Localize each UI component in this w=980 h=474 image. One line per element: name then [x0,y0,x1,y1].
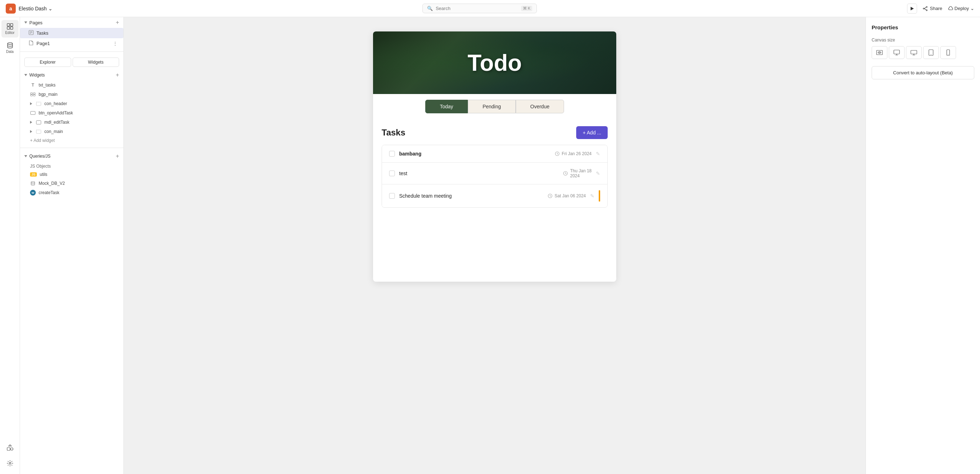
task-item-test: test Thu Jan 182024 ✎ [382,163,607,184]
play-button[interactable] [907,3,917,14]
add-task-button[interactable]: + Add ... [576,126,608,139]
app-title-text: Elestio Dash [19,6,47,11]
queries-add-button[interactable]: + [116,153,119,159]
widget-label-btn-open-add-task: btn_openAddTask [39,111,73,116]
canvas-size-desktop[interactable] [889,46,905,59]
widget-txt-tasks[interactable]: T txt_tasks [20,81,123,90]
widget-mdl-edit-task[interactable]: mdl_editTask [20,117,123,127]
share-button[interactable]: Share [923,6,942,11]
task-checkbox-schedule[interactable] [389,193,395,199]
task-edit-test[interactable]: ✎ [596,171,600,176]
icon-bar-editor[interactable]: Editor [2,20,19,38]
page-item-tasks[interactable]: Tasks [20,28,123,38]
icon-bar-settings[interactable] [2,457,19,470]
deploy-button[interactable]: Deploy ⌄ [948,6,974,11]
add-widget-label: + Add widget [30,138,55,143]
widgets-group-header[interactable]: Widgets + [20,70,123,81]
task-edit-schedule[interactable]: ✎ [590,193,595,199]
deploy-label: Deploy [955,6,969,11]
queries-group-title: Queries/JS [24,154,51,159]
svg-rect-25 [37,130,41,133]
query-utils[interactable]: JS utils [20,170,123,179]
icon-bar-components[interactable] [2,441,19,454]
widget-label-con-header: con_header [45,101,67,106]
query-mock-db[interactable]: Mock_DB_V2 [20,179,123,188]
pages-chevron [24,21,27,24]
svg-rect-11 [7,447,10,450]
canvas-size-responsive[interactable] [872,46,888,59]
tab-today[interactable]: Today [425,100,468,113]
canvas-size-options [872,46,974,59]
task-name-schedule: Schedule team meeting [399,193,543,199]
canvas-size-mobile[interactable] [940,46,956,59]
task-date-text-bambang: Fri Jan 26 2024 [562,151,592,156]
task-checkbox-bambang[interactable] [389,151,395,157]
add-widget-button[interactable]: + Add widget [20,136,123,145]
query-label-utils: utils [40,172,47,177]
deploy-chevron: ⌄ [970,6,974,11]
clock-icon-schedule [547,193,553,198]
convert-to-autolayout-button[interactable]: Convert to auto-layout (Beta) [872,66,974,79]
tab-pending[interactable]: Pending [468,100,515,113]
svg-rect-9 [10,27,13,29]
canvas-size-tablet[interactable] [923,46,939,59]
topbar-right: Share Deploy ⌄ [907,3,974,14]
widget-label-txt-tasks: txt_tasks [39,82,56,87]
pages-add-button[interactable]: + [116,19,119,26]
search-input[interactable] [436,6,518,11]
canvas-frame: Todo Today Pending Overdue Tasks + Add .… [373,32,616,282]
queries-chevron [24,155,27,157]
canvas-size-label: Canvas size [872,38,974,43]
svg-rect-21 [33,95,35,96]
page-item-page1[interactable]: Page1 ⋮ [20,38,123,49]
components-icon [6,444,14,451]
queries-group-header[interactable]: Queries/JS + [20,151,123,162]
page-label-page1: Page1 [37,41,110,46]
tasks-section: Tasks + Add ... bambang Fri Jan 26 2024 … [373,119,616,215]
topbar-left: a Elestio Dash ⌄ [6,3,52,14]
canvas-size-desktop-wide[interactable] [906,46,922,59]
app-header-title: Todo [468,50,522,76]
widget-con-header[interactable]: con_header [20,99,123,108]
svg-point-33 [931,54,931,55]
editor-icon [6,23,14,30]
task-item-bambang: bambang Fri Jan 26 2024 ✎ [382,145,607,163]
page-more-button[interactable]: ⋮ [113,41,118,46]
svg-point-3 [923,8,924,9]
page-icon-page1 [29,40,33,46]
svg-rect-19 [33,93,35,94]
clock-icon-test [563,171,568,176]
topbar-center: 🔍 ⌘ K [422,3,537,13]
widget-btn-open-add-task[interactable]: btn_openAddTask [20,108,123,117]
svg-point-10 [8,43,13,45]
widgets-add-button[interactable]: + [116,72,119,78]
svg-marker-0 [911,7,914,10]
app-tabs: Today Pending Overdue [373,94,616,119]
tab-explorer[interactable]: Explorer [24,57,71,67]
task-item-schedule: Schedule team meeting Sat Jan 06 2024 ✎ [382,184,607,207]
tab-overdue[interactable]: Overdue [516,100,565,113]
icon-bar-data[interactable]: Data [2,39,19,57]
task-checkbox-test[interactable] [389,171,395,176]
svg-rect-18 [31,93,33,94]
widget-bgp-main[interactable]: bgp_main [20,90,123,99]
query-create-task[interactable]: W createTask [20,188,123,197]
app-title[interactable]: Elestio Dash ⌄ [19,6,52,11]
con-main-expand [30,130,32,133]
svg-rect-31 [911,51,917,54]
queries-title-text: Queries/JS [29,154,51,159]
widgets-group-title: Widgets [24,73,45,78]
tab-widgets[interactable]: Widgets [73,57,119,67]
search-bar[interactable]: 🔍 ⌘ K [422,3,537,13]
widget-icon-con-main [36,129,41,135]
widget-con-main[interactable]: con_main [20,127,123,136]
pages-section-header[interactable]: Pages + [20,17,123,28]
svg-point-13 [9,463,11,464]
widgets-title-text: Widgets [29,73,45,78]
task-edit-bambang[interactable]: ✎ [596,151,600,157]
task-date-test: Thu Jan 182024 [563,168,592,178]
svg-point-35 [948,54,948,55]
widget-icon-txt: T [30,82,36,88]
settings-icon [6,460,14,467]
page-label-tasks: Tasks [37,30,118,36]
